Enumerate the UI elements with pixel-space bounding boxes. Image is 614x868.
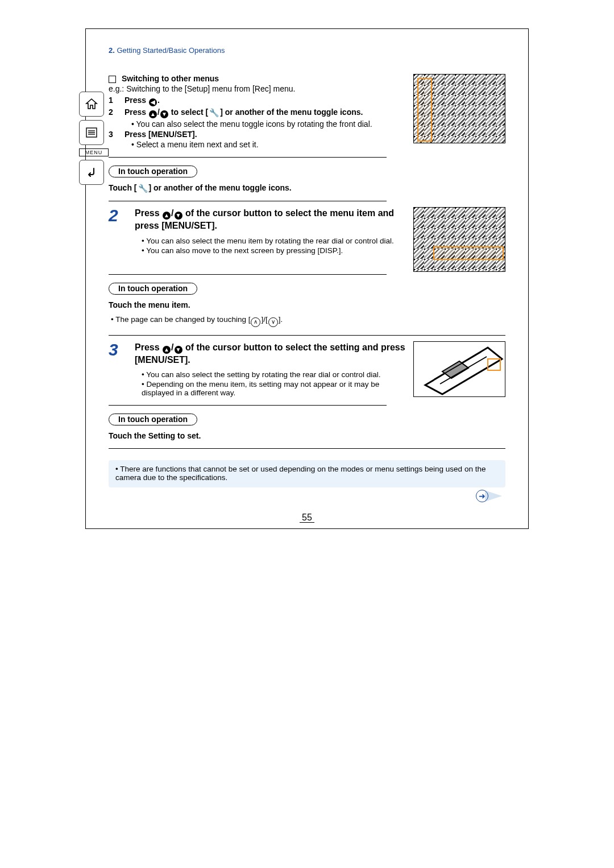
touch-instruction-2-notes: The page can be changed by touching [∧]/… bbox=[111, 315, 505, 327]
down-dir-icon: ▼ bbox=[175, 346, 182, 354]
back-arrow-icon bbox=[85, 166, 98, 179]
up-dir-icon: ▲ bbox=[149, 110, 157, 118]
wrench-icon: 🔧 bbox=[209, 108, 219, 117]
down-dir-icon: ▼ bbox=[160, 110, 168, 118]
up-dir-icon: ▲ bbox=[163, 212, 171, 220]
touch-operation-label-3: In touch operation bbox=[109, 414, 197, 425]
switching-step-3: 3 Press [MENU/SET]. bbox=[109, 130, 405, 139]
side-nav: MENU bbox=[79, 92, 109, 185]
toc-button[interactable] bbox=[79, 120, 104, 145]
page-up-icon: ∧ bbox=[251, 317, 260, 327]
switching-heading: Switching to other menus bbox=[109, 74, 405, 83]
touch-operation-label-2: In touch operation bbox=[109, 283, 197, 295]
home-button[interactable] bbox=[79, 92, 104, 117]
next-arrow-icon: ➜ bbox=[476, 490, 488, 502]
page-down-icon: ∨ bbox=[268, 317, 278, 327]
note-box: • There are functions that cannot be set… bbox=[109, 460, 505, 487]
switching-step-1: 1 Press ◀. bbox=[109, 96, 405, 106]
wrench-icon: 🔧 bbox=[138, 184, 148, 193]
menu-button[interactable]: MENU bbox=[79, 148, 109, 156]
square-bullet-icon bbox=[109, 76, 116, 83]
main-step-2: 2 Press ▲/▼ of the cursor button to sele… bbox=[109, 207, 405, 232]
touch-operation-label-1: In touch operation bbox=[109, 166, 197, 177]
touch-instruction-3-heading: Touch the Setting to set. bbox=[109, 431, 505, 440]
touch-instruction-1: Touch [🔧] or another of the menu toggle … bbox=[109, 183, 505, 193]
main-step-3: 3 Press ▲/▼ of the cursor button to sele… bbox=[109, 341, 405, 366]
back-button[interactable] bbox=[79, 160, 104, 185]
left-dir-icon: ◀ bbox=[149, 98, 157, 106]
home-icon bbox=[85, 97, 98, 111]
page-number: 55 bbox=[103, 512, 511, 523]
switching-step-2: 2 Press ▲/▼ to select [🔧] or another of … bbox=[109, 108, 405, 118]
screenshot-thumbnail-1 bbox=[413, 74, 505, 143]
screenshot-thumbnail-3 bbox=[413, 341, 505, 397]
up-dir-icon: ▲ bbox=[163, 346, 171, 354]
screenshot-thumbnail-2 bbox=[413, 207, 505, 272]
list-icon bbox=[85, 126, 98, 139]
touch-instruction-2-heading: Touch the menu item. bbox=[109, 300, 505, 309]
down-dir-icon: ▼ bbox=[175, 212, 182, 220]
chapter-heading: 2. Getting Started/Basic Operations bbox=[103, 46, 511, 55]
next-page-button[interactable]: ➜ bbox=[109, 490, 502, 502]
